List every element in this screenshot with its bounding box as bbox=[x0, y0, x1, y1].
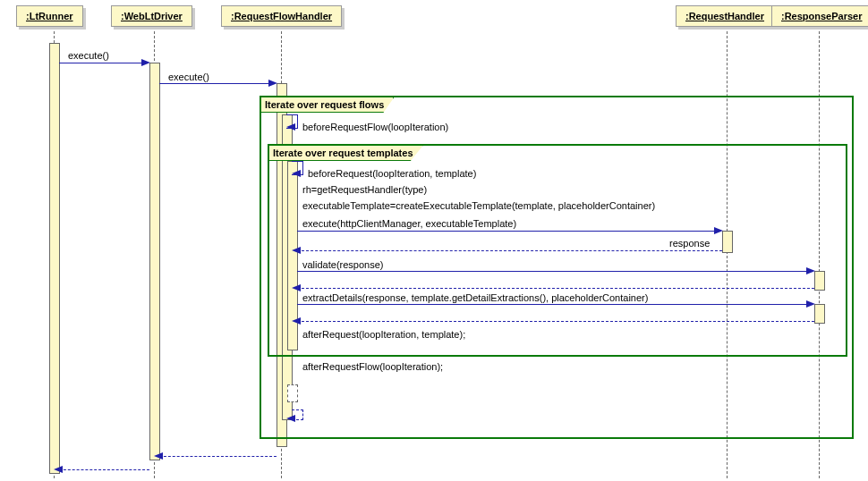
message-label-createexecutabletemplate: executableTemplate=createExecutableTempl… bbox=[302, 200, 655, 211]
message-arrow bbox=[297, 231, 719, 232]
message-return-arrow bbox=[59, 469, 149, 470]
message-label-execute: execute() bbox=[168, 72, 209, 82]
arrow-head bbox=[141, 59, 150, 66]
arrow-head bbox=[292, 284, 301, 291]
arrow-head bbox=[292, 170, 301, 177]
arrow-head bbox=[714, 227, 723, 234]
participant-label: :ResponseParser bbox=[781, 11, 863, 21]
arrow-head bbox=[806, 267, 815, 274]
message-arrow bbox=[297, 271, 813, 272]
fragment-label: Iterate over request flows bbox=[261, 97, 394, 113]
message-label-afterrequest: afterRequest(loopIteration, template); bbox=[302, 329, 465, 340]
message-label-beforerequestflow: beforeRequestFlow(loopIteration) bbox=[302, 122, 448, 132]
arrow-head bbox=[292, 247, 301, 254]
message-return-arrow bbox=[297, 250, 722, 251]
message-label-getrequesthandler: rh=getRequestHandler(type) bbox=[302, 184, 427, 195]
participant-requestflowhandler: :RequestFlowHandler bbox=[221, 5, 342, 27]
arrow-head bbox=[286, 415, 295, 422]
message-label-response: response bbox=[669, 238, 710, 249]
participant-label: :RequestHandler bbox=[685, 11, 764, 21]
arrow-head bbox=[292, 317, 301, 325]
participant-responseparser: :ResponseParser bbox=[771, 5, 868, 27]
participant-label: :LtRunner bbox=[26, 11, 73, 21]
arrow-head bbox=[806, 300, 815, 308]
message-arrow bbox=[297, 304, 813, 305]
fragment-title: Iterate over request flows bbox=[265, 99, 384, 110]
participant-webltdriver: :WebLtDriver bbox=[111, 5, 192, 27]
message-label-execute-handler: execute(httpClientManager, executableTem… bbox=[302, 218, 516, 229]
message-return-arrow bbox=[159, 456, 277, 457]
message-return-arrow bbox=[297, 288, 814, 289]
participant-requesthandler: :RequestHandler bbox=[676, 5, 774, 27]
participant-label: :WebLtDriver bbox=[121, 11, 183, 21]
message-label-execute: execute() bbox=[68, 50, 109, 61]
activation-bar bbox=[49, 43, 60, 474]
activation-bar bbox=[149, 63, 160, 460]
participant-ltrunner: :LtRunner bbox=[16, 5, 83, 27]
arrow-head bbox=[286, 123, 295, 131]
arrow-head bbox=[268, 80, 277, 87]
message-return-arrow bbox=[297, 321, 814, 322]
message-arrow bbox=[59, 63, 144, 63]
fragment-label: Iterate over request templates bbox=[269, 146, 423, 161]
message-label-extractdetails: extractDetails(response, template.getDet… bbox=[302, 292, 648, 303]
message-arrow bbox=[159, 83, 272, 84]
dashed-activation bbox=[287, 384, 298, 402]
arrow-head bbox=[54, 466, 63, 473]
fragment-title: Iterate over request templates bbox=[273, 148, 413, 158]
message-label-afterrequestflow: afterRequestFlow(loopIteration); bbox=[302, 361, 443, 372]
arrow-head bbox=[154, 452, 163, 460]
message-label-beforerequest: beforeRequest(loopIteration, template) bbox=[308, 168, 476, 179]
message-label-validate: validate(response) bbox=[302, 259, 384, 270]
participant-label: :RequestFlowHandler bbox=[231, 11, 332, 21]
